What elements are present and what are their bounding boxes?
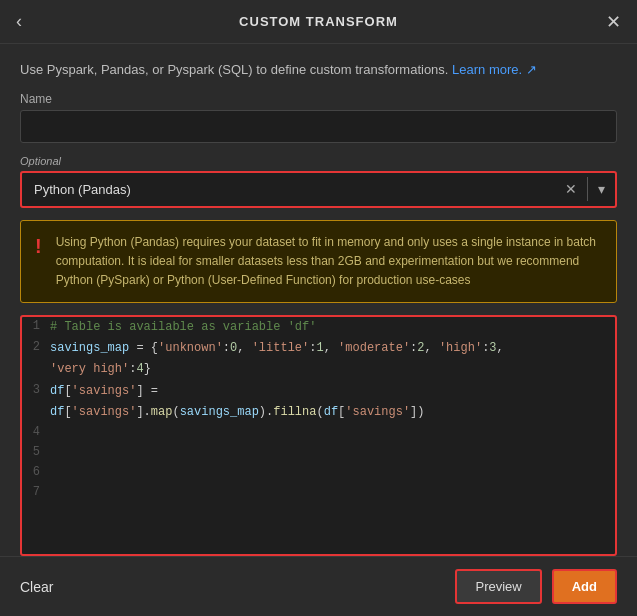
code-line-1: 1 # Table is available as variable 'df' [22, 317, 615, 338]
code-line-4: 4 [22, 423, 615, 443]
line-number-6: 6 [22, 464, 50, 479]
line-content-2b: 'very high':4} [50, 360, 151, 379]
warning-text: Using Python (Pandas) requires your data… [56, 233, 602, 291]
line-number-2b [22, 360, 50, 361]
line-content-3b: df['savings'].map(savings_map).fillna(df… [50, 403, 425, 422]
name-section: Name [20, 92, 617, 143]
dropdown-selected-value: Python (Pandas) [22, 173, 555, 206]
preview-button[interactable]: Preview [455, 569, 541, 604]
warning-box: ! Using Python (Pandas) requires your da… [20, 220, 617, 304]
code-line-6: 6 [22, 463, 615, 483]
description-body: Use Pyspark, Pandas, or Pyspark (SQL) to… [20, 62, 448, 77]
line-number-1: 1 [22, 318, 50, 333]
code-editor[interactable]: 1 # Table is available as variable 'df' … [20, 315, 617, 556]
dropdown-clear-button[interactable]: ✕ [555, 181, 587, 197]
language-section: Optional Python (Pandas) ✕ ▾ [20, 155, 617, 208]
optional-label: Optional [20, 155, 617, 167]
line-content-3: df['savings'] = [50, 382, 158, 401]
name-input[interactable] [20, 110, 617, 143]
back-button[interactable]: ‹ [16, 11, 22, 32]
code-line-3: 3 df['savings'] = [22, 381, 615, 402]
learn-more-link[interactable]: Learn more. ↗ [452, 62, 537, 77]
clear-button[interactable]: Clear [20, 571, 53, 603]
modal-content: Use Pyspark, Pandas, or Pyspark (SQL) to… [0, 44, 637, 556]
code-line-2: 2 savings_map = {'unknown':0, 'little':1… [22, 338, 615, 359]
code-line-2b: 'very high':4} [22, 359, 615, 380]
line-number-2: 2 [22, 339, 50, 354]
code-lines: 1 # Table is available as variable 'df' … [22, 317, 615, 503]
modal-title: CUSTOM TRANSFORM [239, 14, 398, 29]
description-text: Use Pyspark, Pandas, or Pyspark (SQL) to… [20, 60, 617, 80]
name-label: Name [20, 92, 617, 106]
footer-actions: Preview Add [455, 569, 617, 604]
line-number-3: 3 [22, 382, 50, 397]
modal-container: ‹ CUSTOM TRANSFORM ✕ Use Pyspark, Pandas… [0, 0, 637, 616]
line-number-4: 4 [22, 424, 50, 439]
code-line-7: 7 [22, 483, 615, 503]
close-button[interactable]: ✕ [606, 11, 621, 33]
line-content-2: savings_map = {'unknown':0, 'little':1, … [50, 339, 504, 358]
line-number-7: 7 [22, 484, 50, 499]
add-button[interactable]: Add [552, 569, 617, 604]
dropdown-arrow-icon[interactable]: ▾ [588, 181, 615, 197]
line-number-3b [22, 403, 50, 404]
line-number-5: 5 [22, 444, 50, 459]
modal-header: ‹ CUSTOM TRANSFORM ✕ [0, 0, 637, 44]
code-line-5: 5 [22, 443, 615, 463]
line-content-1: # Table is available as variable 'df' [50, 318, 316, 337]
warning-icon: ! [35, 235, 42, 258]
language-dropdown[interactable]: Python (Pandas) ✕ ▾ [20, 171, 617, 208]
modal-footer: Clear Preview Add [0, 556, 637, 616]
code-line-3b: df['savings'].map(savings_map).fillna(df… [22, 402, 615, 423]
